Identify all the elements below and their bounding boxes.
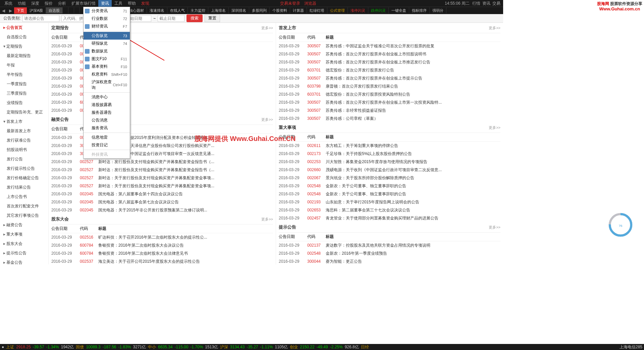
table-row[interactable]: 2016-03-29002457青龙管业：关于使用部分闲置募集资金购买理财产品的…: [279, 214, 500, 222]
sidebar-item[interactable]: 重大事项: [0, 230, 48, 239]
table-row[interactable]: 2016-03-29002045国光电器：关于2015年非公开发行股票预案第二次…: [51, 206, 273, 214]
menu-news[interactable]: 资讯: [98, 0, 112, 7]
more-link[interactable]: 更多>>: [489, 125, 500, 130]
sidebar-item[interactable]: 半年报告: [0, 70, 48, 79]
dropdown-item[interactable]: 研报纵览74: [84, 40, 130, 47]
more-link[interactable]: 更多>>: [489, 26, 500, 31]
toolbar-btn-21[interactable]: 一键全盘: [389, 7, 409, 13]
sidebar-item[interactable]: 自选股公告: [0, 32, 48, 42]
toolbar-btn-22[interactable]: 指标排序: [409, 7, 430, 13]
dropdown-item[interactable]: 公告消息: [84, 116, 130, 124]
sidebar-item[interactable]: 股东大会: [0, 239, 48, 248]
sidebar-item[interactable]: 上市公告书: [0, 192, 48, 201]
toolbar-btn-18[interactable]: 公式管理: [327, 7, 348, 13]
table-row[interactable]: 2016-03-29002253川大智胜：募集资金2015年度存放与使用情况的专…: [279, 158, 500, 166]
table-row[interactable]: 2016-03-29300507苏奥传感：首次公开发行股票并在创业板上市提示公告: [279, 74, 500, 82]
dropdown-item[interactable]: 投资日记: [84, 141, 130, 149]
table-row[interactable]: 2016-03-29002045国光电器：第八届监事会第七次会议决议公告: [51, 198, 273, 206]
toolbar-btn-14[interactable]: 多股同列: [249, 7, 270, 13]
more-link[interactable]: 更多>>: [489, 225, 500, 230]
dropdown-item[interactable]: 消息中心: [84, 93, 130, 101]
dropdown-item[interactable]: 基本资料F10: [84, 63, 130, 70]
menu-help[interactable]: 帮助: [125, 0, 139, 7]
toolbar-btn-10[interactable]: 在线人气: [167, 7, 188, 13]
sidebar-item[interactable]: 三季度报告: [0, 89, 48, 98]
table-row[interactable]: 2016-03-29002527新时达：关于发行股份及支付现金购买资产并募集配套…: [51, 182, 273, 190]
more-link[interactable]: 更多>>: [261, 26, 273, 31]
toolbar-btn-3[interactable]: [68, 7, 74, 13]
table-row[interactable]: 2016-03-29002653海思科：第二届董事会第三十七次会议决议公告: [279, 206, 500, 214]
toolbar-btn-17[interactable]: 红绿灯塔: [307, 7, 327, 13]
table-row[interactable]: 2016-03-29300507苏奥传感：中国证监会关于核准公司首次公开发行股票…: [279, 42, 500, 50]
menu-tools[interactable]: 工具: [112, 0, 125, 7]
sidebar-item[interactable]: 其它发行事项公告: [0, 211, 48, 220]
dropdown-item[interactable]: 权息资料Shift+F10: [84, 70, 130, 78]
more-link[interactable]: 更多>>: [261, 217, 273, 222]
dropdown-item[interactable]: 服务器通告: [84, 109, 130, 116]
table-row[interactable]: 2016-03-29300507苏奥传感：首次公开发行股票并在创业板上市第一次投…: [279, 98, 500, 106]
sidebar-item[interactable]: 提示性公告: [0, 248, 48, 258]
sidebar-item[interactable]: 发行结果公告: [0, 183, 48, 192]
toolbar-btn-23[interactable]: 强弱分: [430, 7, 446, 13]
category-select[interactable]: [22, 15, 59, 22]
table-row[interactable]: 2016-03-29300507苏奥传感：首次公开发行股票并在创业板上市推迟发行…: [279, 58, 500, 66]
dropdown-item[interactable]: 港股披露易: [84, 101, 130, 109]
toolbar-btn-4[interactable]: [74, 7, 80, 13]
nav-fwd-icon[interactable]: ▶: [7, 8, 14, 13]
dropdown-item[interactable]: 服务资讯: [84, 124, 130, 132]
toolbar-btn-16[interactable]: 计算器: [290, 7, 307, 13]
table-row[interactable]: 2016-03-29603701德宏股份：首次公开发行股票发行公告: [279, 66, 500, 74]
sidebar-item[interactable]: 发行获准公告: [0, 136, 48, 145]
sidebar-item[interactable]: 基金公告: [0, 258, 48, 264]
table-row[interactable]: 2016-03-29603798康普顿：首次公开发行股票发行结果公告: [279, 82, 500, 90]
toolbar-btn-20[interactable]: 跌停闪灵: [368, 7, 389, 13]
dropdown-item[interactable]: 公告纵览73: [84, 32, 130, 40]
toolbar-btn-12[interactable]: 上海排名: [208, 7, 229, 13]
table-row[interactable]: 2016-03-29002527新时达：发行股份及支付现金购买资产并募集配套资金…: [51, 166, 273, 174]
date-to-input[interactable]: [158, 15, 184, 22]
table-row[interactable]: 2016-03-29600784鲁银投资：2016年第二次临时股东大会法律意见书: [51, 249, 273, 257]
dropdown-item[interactable]: 财经资讯F7: [84, 22, 130, 30]
dropdown-item[interactable]: 行业数据72: [84, 15, 130, 22]
sidebar-item[interactable]: 招股说明书: [0, 145, 48, 154]
sidebar-item[interactable]: 发行价格确定公告: [0, 173, 48, 183]
reset-button[interactable]: 重置: [205, 14, 220, 22]
sidebar-item[interactable]: 定期报告: [0, 42, 48, 51]
table-row[interactable]: 2016-03-29002660茂硕电源：关于收到《中国证监会行政许可项目审查二…: [279, 166, 500, 174]
menu-extmkt[interactable]: 扩展市场行情: [69, 0, 98, 7]
sidebar-item[interactable]: 发行公告: [0, 154, 48, 164]
dropdown-item[interactable]: 沪深权息查询Ctrl+F10: [84, 78, 130, 92]
sidebar-item[interactable]: 一季度报告: [0, 79, 48, 89]
toolbar-btn-19[interactable]: 涨停闪灵: [348, 7, 368, 13]
nav-back-icon[interactable]: ◀: [0, 8, 7, 13]
sidebar-item[interactable]: 定期报告补充、更正: [0, 107, 48, 117]
sidebar-item[interactable]: 最新定期报告: [0, 51, 48, 60]
sidebar-item[interactable]: 业绩报告: [0, 98, 48, 107]
menu-discover[interactable]: 发现: [139, 0, 152, 7]
top-right-links[interactable]: 行情资讯交易: [471, 1, 501, 6]
menu-depth[interactable]: 深度: [29, 0, 42, 7]
sidebar-item[interactable]: 首发上市: [0, 117, 48, 126]
table-row[interactable]: 2016-03-29002527新时达：关于发行股份及支付现金购买资产并募集配套…: [51, 174, 273, 182]
toolbar-btn-2[interactable]: [63, 7, 68, 13]
menu-system[interactable]: 系统: [2, 0, 15, 7]
dropdown-item[interactable]: 信息地雷: [84, 134, 130, 141]
table-row[interactable]: 2016-03-29300507苏奥传感：首次公开发行股票并在创业板上市招股说明…: [279, 50, 500, 58]
sidebar-item[interactable]: 年报: [0, 60, 48, 70]
sidebar-item[interactable]: 发行提示性公告: [0, 164, 48, 173]
toolbar-btn-11[interactable]: 主力监控: [188, 7, 208, 13]
sidebar-item[interactable]: 首次发行配套文件: [0, 201, 48, 211]
table-row[interactable]: 2016-03-29002067景兴纸业：关于股东所持部分股份解除质押的公告: [279, 174, 500, 182]
nav-down-button[interactable]: 下页: [14, 7, 27, 14]
sidebar-item[interactable]: 融资公告: [0, 220, 48, 230]
table-row[interactable]: 2016-03-29002516旷达科技：关于召开2016年第二次临时股东大会的…: [51, 233, 273, 241]
sidebar-item[interactable]: 最新首发上市: [0, 126, 48, 136]
toolbar-btn-9[interactable]: 涨速排名: [147, 7, 167, 13]
toolbar-btn-15[interactable]: 个股资料: [270, 7, 290, 13]
dropdown-item[interactable]: 分类资讯71: [84, 7, 130, 15]
table-row[interactable]: 2016-03-29002611东方精工：关于筹划重大事项的停牌公告: [279, 142, 500, 150]
table-row[interactable]: 2016-03-29002548金新农：关于公司董事、独立董事辞职的公告: [279, 190, 500, 198]
table-row[interactable]: 2016-03-29002173千足珍珠：关于持股5%以上股东股份质押的公告: [279, 150, 500, 158]
table-row[interactable]: 2016-03-29600784鲁银投资：2016年第二次临时股东大会决议公告: [51, 241, 273, 249]
toolbar-btn-0[interactable]: 沪深A股: [27, 7, 46, 13]
